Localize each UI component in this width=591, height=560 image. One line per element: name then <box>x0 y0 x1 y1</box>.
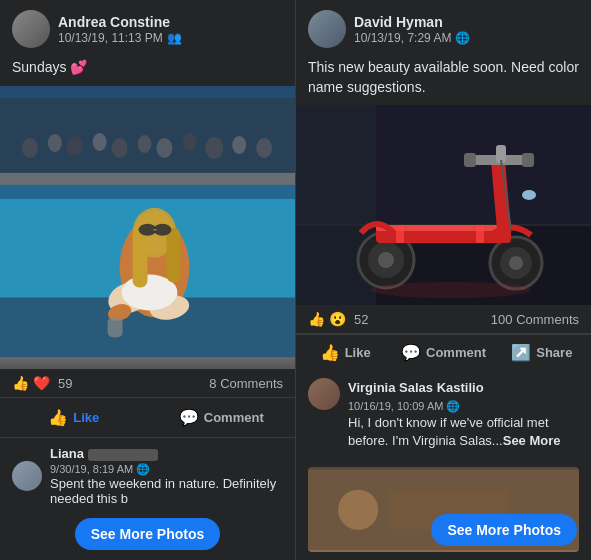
left-reaction-count: 59 <box>58 376 72 391</box>
pool-svg <box>0 86 295 369</box>
left-post: Andrea Constine 10/13/19, 11:13 PM 👥 Sun… <box>0 0 296 560</box>
globe-icon: 🌐 <box>455 31 470 45</box>
right-author-avatar <box>308 10 346 48</box>
right-post-image <box>296 105 591 305</box>
svg-point-12 <box>182 133 196 151</box>
commenter-time: 9/30/19, 8:19 AM 🌐 <box>50 463 150 475</box>
svg-rect-16 <box>0 172 295 184</box>
right-comment-text: Hi, I don't know if we've official met b… <box>348 414 579 450</box>
share-icon-right: ↗️ <box>511 343 531 362</box>
svg-rect-44 <box>464 153 476 167</box>
see-more-inline[interactable]: See More <box>503 433 561 448</box>
left-post-header: Andrea Constine 10/13/19, 11:13 PM 👥 <box>0 0 295 54</box>
right-action-buttons: 👍 Like 💬 Comment ↗️ Share <box>296 334 591 370</box>
left-reactions-left: 👍 ❤️ 59 <box>12 375 72 391</box>
right-post-time: 10/13/19, 7:29 AM 🌐 <box>354 31 470 45</box>
right-comments-count: 100 Comments <box>491 312 579 327</box>
see-more-photos-button-right[interactable]: See More Photos <box>431 514 577 546</box>
svg-point-49 <box>522 190 536 200</box>
name-blurred <box>88 449 158 461</box>
right-post-caption: This new beauty available soon. Need col… <box>296 54 591 105</box>
commenter-name: Liana <box>50 446 158 461</box>
svg-point-13 <box>205 137 223 159</box>
left-action-buttons: 👍 Like 💬 Comment <box>0 398 295 437</box>
wow-emoji-right: 😮 <box>329 311 346 327</box>
svg-point-10 <box>138 135 152 153</box>
left-post-image <box>0 86 295 369</box>
pool-photo <box>0 86 295 369</box>
like-emoji-right: 👍 <box>308 311 325 327</box>
right-comment-button[interactable]: 💬 Comment <box>394 335 492 370</box>
svg-rect-24 <box>166 227 180 282</box>
comment-icon: 💬 <box>179 408 199 427</box>
left-post-time: 10/13/19, 11:13 PM 👥 <box>58 31 182 45</box>
left-author-name: Andrea Constine <box>58 13 182 31</box>
svg-point-9 <box>112 138 128 158</box>
right-share-button[interactable]: ↗️ Share <box>493 335 591 370</box>
right-post-meta: David Hyman 10/13/19, 7:29 AM 🌐 <box>354 13 470 45</box>
svg-point-8 <box>93 133 107 151</box>
see-more-photos-area-right: See More Photos <box>431 514 577 546</box>
right-comment-time: 10/16/19, 10:09 AM 🌐 <box>348 400 460 412</box>
scooter-svg <box>296 105 591 305</box>
svg-rect-45 <box>522 153 534 167</box>
left-post-caption: Sundays 💕 <box>0 54 295 86</box>
right-post-header: David Hyman 10/13/19, 7:29 AM 🌐 <box>296 0 591 54</box>
scooter-photo <box>296 105 591 305</box>
thumbs-up-icon: 👍 <box>48 408 68 427</box>
left-like-button[interactable]: 👍 Like <box>0 400 148 435</box>
svg-point-51 <box>371 282 531 298</box>
right-comment-content: Virginia Salas Kastilio 10/16/19, 10:09 … <box>348 378 579 450</box>
left-comments-count: 8 Comments <box>209 376 283 391</box>
right-bottom-area: See More Photos <box>296 459 591 560</box>
friends-icon: 👥 <box>167 31 182 45</box>
svg-point-7 <box>67 136 83 156</box>
svg-point-54 <box>338 489 378 529</box>
svg-point-5 <box>22 138 38 158</box>
globe-icon-comment: 🌐 <box>446 400 460 412</box>
left-comment-area: Liana 9/30/19, 8:19 AM 🌐 Spent the weeke… <box>0 438 295 514</box>
right-post: David Hyman 10/13/19, 7:29 AM 🌐 This new… <box>296 0 591 560</box>
svg-point-6 <box>48 134 62 152</box>
left-comment-button[interactable]: 💬 Comment <box>148 400 296 435</box>
right-reaction-count: 52 <box>354 312 368 327</box>
svg-point-15 <box>256 138 272 158</box>
right-reactions-left: 👍 😮 52 <box>308 311 368 327</box>
comment-icon-right: 💬 <box>401 343 421 362</box>
globe-icon-small: 🌐 <box>136 463 150 475</box>
right-commenter-avatar <box>308 378 340 410</box>
see-more-photos-button-left[interactable]: See More Photos <box>75 518 221 550</box>
see-more-photos-area-left: See More Photos <box>0 514 295 560</box>
left-author-avatar <box>12 10 50 48</box>
right-commenter-name: Virginia Salas Kastilio <box>348 380 484 395</box>
thumbs-up-icon-right: 👍 <box>320 343 340 362</box>
right-author-name: David Hyman <box>354 13 470 31</box>
left-post-meta: Andrea Constine 10/13/19, 11:13 PM 👥 <box>58 13 182 45</box>
heart-emoji: ❤️ <box>33 375 50 391</box>
right-comment-section: Virginia Salas Kastilio 10/16/19, 10:09 … <box>296 370 591 458</box>
svg-rect-48 <box>476 225 484 243</box>
svg-point-14 <box>232 136 246 154</box>
left-comment-text: Liana 9/30/19, 8:19 AM 🌐 Spent the weeke… <box>50 446 283 506</box>
commenter-avatar-small <box>12 461 42 491</box>
right-like-button[interactable]: 👍 Like <box>296 335 394 370</box>
svg-rect-23 <box>133 227 148 287</box>
svg-rect-29 <box>108 317 123 337</box>
right-reactions-row: 👍 😮 52 100 Comments <box>296 305 591 334</box>
svg-rect-4 <box>0 113 295 173</box>
svg-point-36 <box>378 252 394 268</box>
svg-point-39 <box>509 256 523 270</box>
left-reactions-row: 👍 ❤️ 59 8 Comments <box>0 369 295 398</box>
svg-rect-2 <box>0 177 295 185</box>
like-emoji: 👍 <box>12 375 29 391</box>
svg-rect-47 <box>396 225 404 243</box>
svg-rect-3 <box>0 98 295 183</box>
avatar-image <box>12 10 50 48</box>
svg-point-11 <box>156 138 172 158</box>
avatar-image-right <box>308 10 346 48</box>
